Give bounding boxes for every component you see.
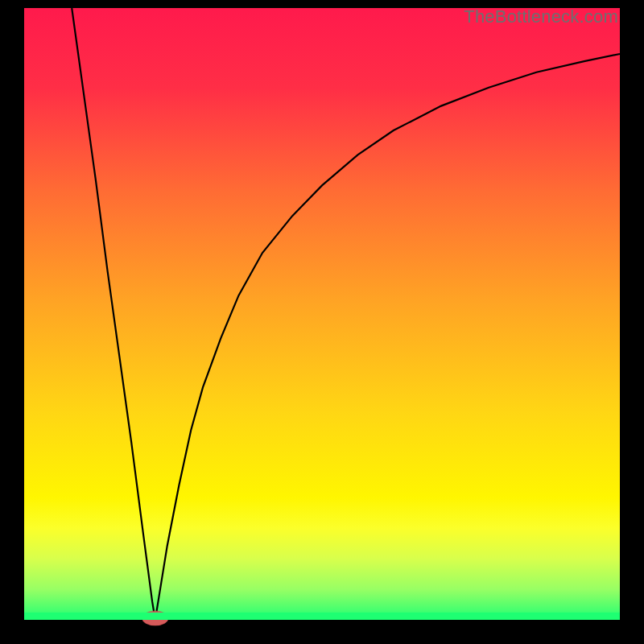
plot-svg — [24, 8, 620, 620]
performance-curve — [72, 8, 620, 620]
chart-frame: TheBottleneck.com — [0, 0, 644, 644]
watermark-text: TheBottleneck.com — [464, 6, 618, 27]
bottom-green-band — [24, 613, 620, 620]
plot-area — [24, 8, 620, 620]
